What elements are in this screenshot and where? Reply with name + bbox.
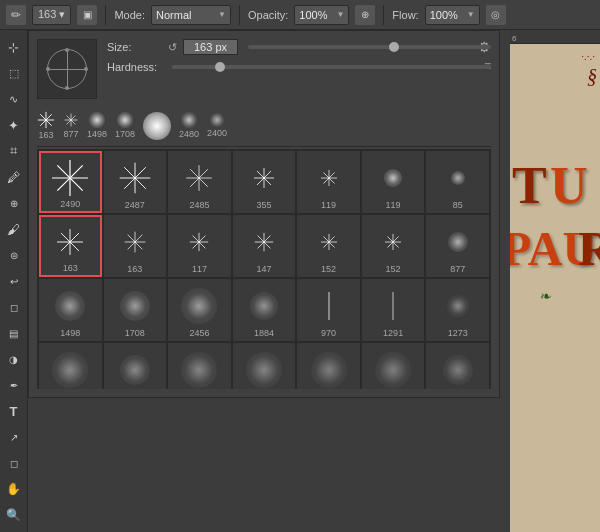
flow-dropdown[interactable]: 100% ▼: [425, 5, 480, 25]
brush-cell-970[interactable]: 970: [297, 279, 360, 341]
preset-item-877[interactable]: 877: [63, 112, 79, 139]
pen-tool[interactable]: ✒: [3, 374, 25, 396]
brush-shape-icon[interactable]: ▣: [77, 5, 97, 25]
brush-num-163-sub: 163: [63, 263, 78, 273]
flow-label: Flow:: [392, 9, 418, 21]
brush-cell-1498[interactable]: 1498: [39, 279, 102, 341]
brush-num-355: 355: [256, 200, 271, 210]
heal-tool[interactable]: ⊕: [3, 192, 25, 214]
preset-item-2400[interactable]: 2400: [207, 113, 227, 138]
brush-cell-119a[interactable]: 119: [297, 151, 360, 213]
brush-visual: [181, 284, 217, 328]
hand-tool[interactable]: ✋: [3, 478, 25, 500]
shape-tool[interactable]: ◻: [3, 452, 25, 474]
soft-icon-1823: [120, 355, 150, 385]
star-brush-icon-147: [253, 231, 275, 253]
brush-grid: 2490 2487: [37, 149, 491, 389]
brush-cell-1273[interactable]: 1273: [426, 279, 489, 341]
brush-cell-152b[interactable]: 152: [362, 215, 425, 277]
size-reset-icon[interactable]: ↺: [168, 41, 177, 54]
hardness-slider-thumb[interactable]: [215, 62, 225, 72]
preset-item-2480[interactable]: 2480: [179, 112, 199, 139]
soft-icon-85: [451, 171, 465, 185]
opacity-dropdown[interactable]: 100% ▼: [294, 5, 349, 25]
brush-cell-163b[interactable]: 163: [104, 215, 167, 277]
brush-tool[interactable]: 🖌: [3, 218, 25, 240]
brush-visual: [383, 220, 403, 264]
brush-sliders: Size: ↺ 163 px Hardness:: [107, 39, 491, 79]
brush-cell-2387[interactable]: 2387: [362, 343, 425, 389]
size-slider-thumb[interactable]: [389, 42, 399, 52]
brush-tool-icon[interactable]: ✏: [6, 5, 26, 25]
select-tool[interactable]: ⬚: [3, 62, 25, 84]
crop-tool[interactable]: ⌗: [3, 140, 25, 162]
brush-cell-2400[interactable]: 2400: [297, 343, 360, 389]
brush-cell-117[interactable]: 117: [168, 215, 231, 277]
airbrush-icon[interactable]: ◎: [486, 5, 506, 25]
zoom-tool[interactable]: 🔍: [3, 504, 25, 526]
preset-item-1498[interactable]: 1498: [87, 112, 107, 139]
brush-visual: [120, 348, 150, 389]
flow-value: 100%: [430, 9, 458, 21]
star-brush-icon-163b: [122, 229, 148, 255]
brush-cell-2016[interactable]: 2016: [168, 343, 231, 389]
hardness-slider[interactable]: [172, 65, 491, 69]
brush-cell-119b[interactable]: 119: [362, 151, 425, 213]
brush-visual: [183, 156, 215, 200]
path-tool[interactable]: ↗: [3, 426, 25, 448]
brush-cell-85[interactable]: 85: [426, 151, 489, 213]
star-brush-icon-2485: [183, 162, 215, 194]
preset-item-1708[interactable]: 1708: [115, 112, 135, 139]
move-tool[interactable]: ⊹: [3, 36, 25, 58]
brush-cell-1291[interactable]: 1291: [362, 279, 425, 341]
stamp-tool[interactable]: ⊜: [3, 244, 25, 266]
gradient-tool[interactable]: ▤: [3, 322, 25, 344]
brush-cell-2000[interactable]: 2000: [426, 343, 489, 389]
brush-cell-2487[interactable]: 2487: [104, 151, 167, 213]
brush-cell-2107[interactable]: 2107: [233, 343, 296, 389]
star-brush-icon-117: [188, 231, 210, 253]
brush-num-152b: 152: [386, 264, 401, 274]
brush-preview: [37, 39, 97, 99]
preset-item-163[interactable]: 163: [37, 111, 55, 140]
soft-icon-1708: [120, 291, 150, 321]
brush-visual: [181, 348, 217, 389]
preset-large-circle-icon: [143, 112, 171, 140]
brush-visual: [319, 220, 339, 264]
preset-item-large[interactable]: [143, 112, 171, 140]
eyedropper-tool[interactable]: 🖉: [3, 166, 25, 188]
brush-cell-1823[interactable]: 1823: [104, 343, 167, 389]
size-label: Size:: [107, 41, 162, 53]
size-slider[interactable]: [248, 45, 491, 49]
star-brush-large-icon: [50, 158, 90, 198]
eraser-tool[interactable]: ◻: [3, 296, 25, 318]
brush-cell-877[interactable]: 877: [426, 215, 489, 277]
brush-cell-163-sub[interactable]: 163: [39, 215, 102, 277]
brush-visual: [188, 220, 210, 264]
preset-label-877: 877: [63, 129, 78, 139]
mode-dropdown[interactable]: Normal ▼: [151, 5, 231, 25]
brush-cell-2456[interactable]: 2456: [168, 279, 231, 341]
brush-cell-1708[interactable]: 1708: [104, 279, 167, 341]
history-tool[interactable]: ↩: [3, 270, 25, 292]
lasso-tool[interactable]: ∿: [3, 88, 25, 110]
size-input[interactable]: 163 px: [183, 39, 238, 55]
brush-cell-1884[interactable]: 1884: [233, 279, 296, 341]
dodge-tool[interactable]: ◑: [3, 348, 25, 370]
text-tool[interactable]: T: [3, 400, 25, 422]
brush-cell-355[interactable]: 355: [233, 151, 296, 213]
sample-icon[interactable]: ⊕: [355, 5, 375, 25]
wand-tool[interactable]: ✦: [3, 114, 25, 136]
brush-size-display[interactable]: 163 ▾: [32, 5, 71, 25]
brush-cell-2485[interactable]: 2485: [168, 151, 231, 213]
brush-cell-147[interactable]: 147: [233, 215, 296, 277]
brush-cell-2248[interactable]: 2248: [39, 343, 102, 389]
soft-icon-1498: [55, 291, 85, 321]
star-brush-icon-152b: [383, 232, 403, 252]
brush-num-2487: 2487: [125, 200, 145, 210]
brush-num-152a: 152: [321, 264, 336, 274]
brush-cell-2490[interactable]: 2490: [39, 151, 102, 213]
mode-arrow-icon: ▼: [218, 10, 226, 19]
brush-cell-152a[interactable]: 152: [297, 215, 360, 277]
preset-soft-icon-2480: [181, 112, 197, 128]
